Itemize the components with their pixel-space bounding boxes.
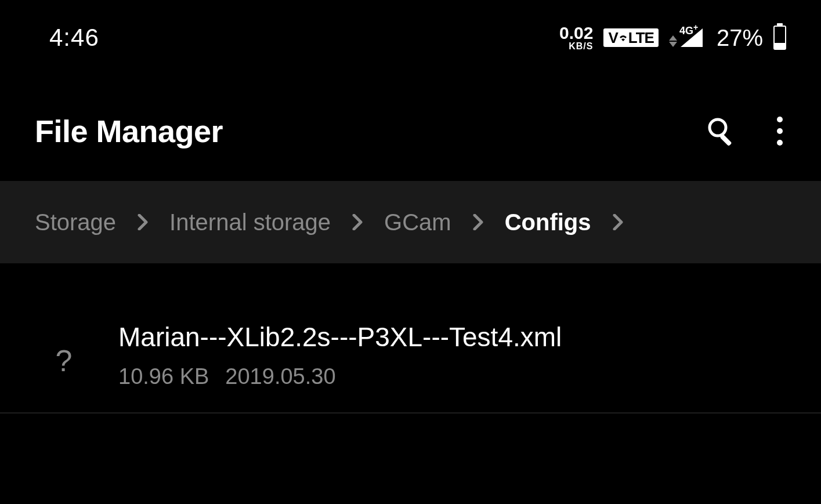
more-icon (777, 117, 783, 122)
status-bar: 4:46 0.02 KB/S V LTE 4G+ 27% (0, 0, 821, 55)
unknown-file-icon: ? (35, 333, 93, 378)
battery-icon (773, 26, 786, 50)
status-time: 4:46 (49, 24, 99, 52)
chevron-right-icon (137, 214, 149, 230)
data-rate-value: 0.02 (559, 24, 593, 42)
file-size: 10.96 KB (118, 364, 209, 389)
battery-percentage: 27% (717, 25, 763, 51)
more-options-button[interactable] (777, 117, 786, 146)
network-label: 4G+ (679, 23, 698, 37)
breadcrumb: Storage Internal storage GCam Configs (0, 181, 821, 263)
signal-indicator: 4G+ (669, 28, 703, 47)
app-bar: File Manager (0, 55, 821, 181)
breadcrumb-item-gcam[interactable]: GCam (384, 209, 451, 235)
svg-rect-1 (719, 134, 732, 146)
file-row[interactable]: ? Marian---XLib2.2s---P3XL---Test4.xml 1… (0, 304, 821, 414)
file-subtext: 10.96 KB2019.05.30 (118, 364, 562, 389)
chevron-right-icon (472, 214, 484, 230)
chevron-right-icon (352, 214, 363, 230)
file-meta: Marian---XLib2.2s---P3XL---Test4.xml 10.… (118, 321, 562, 389)
breadcrumb-item-configs[interactable]: Configs (505, 209, 591, 235)
breadcrumb-item-storage[interactable]: Storage (35, 209, 116, 235)
breadcrumb-item-internal-storage[interactable]: Internal storage (169, 209, 331, 235)
app-title: File Manager (35, 113, 223, 149)
status-left: 4:46 (49, 24, 99, 52)
file-name: Marian---XLib2.2s---P3XL---Test4.xml (118, 321, 562, 353)
data-rate: 0.02 KB/S (559, 24, 593, 51)
svg-point-0 (710, 119, 726, 136)
data-rate-unit: KB/S (559, 42, 593, 51)
status-right: 0.02 KB/S V LTE 4G+ 27% (559, 24, 786, 51)
data-arrows-icon (669, 35, 677, 47)
volte-badge: V LTE (603, 28, 659, 47)
file-date: 2019.05.30 (225, 364, 335, 389)
search-button[interactable] (706, 116, 736, 146)
app-actions (706, 116, 786, 146)
file-list: ? Marian---XLib2.2s---P3XL---Test4.xml 1… (0, 263, 821, 414)
search-icon (706, 116, 736, 146)
chevron-right-icon (612, 214, 624, 230)
